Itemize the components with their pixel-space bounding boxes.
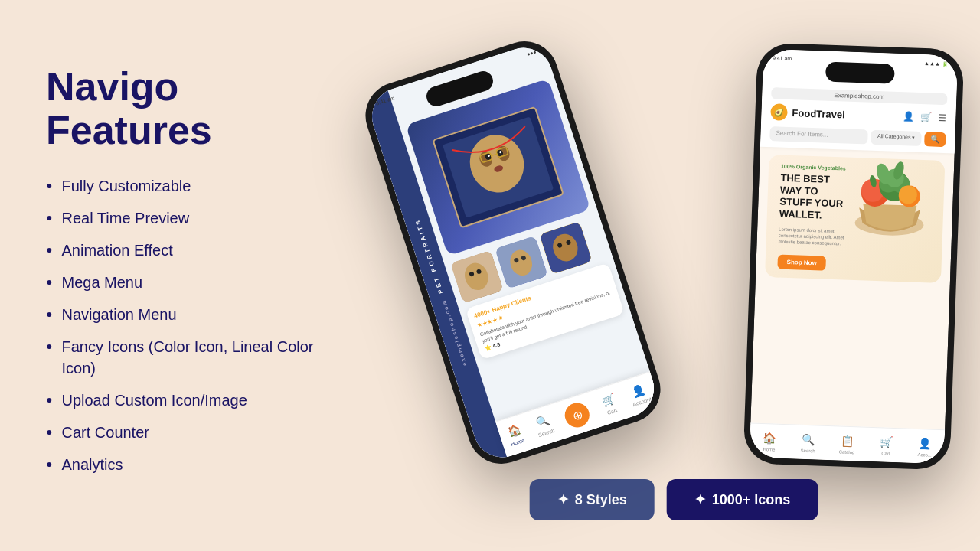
user-icon[interactable]: 👤	[903, 111, 914, 122]
url-text: Exampleshop.com	[834, 92, 884, 100]
food-hero-section: 100% Organic Vegetables THE BEST WAY TO …	[765, 155, 945, 283]
nav-account-label-right: Acco...	[917, 452, 932, 458]
main-heading: Navigo Features	[46, 65, 322, 152]
nav-search-right[interactable]: 🔍 Search	[800, 432, 816, 454]
food-brand-row: 🥑 FoodTravel 👤 🛒 ☰	[770, 103, 947, 126]
search-icon-right: 🔍	[800, 432, 816, 448]
styles-icon: ✦	[557, 491, 569, 508]
food-hero-text: 100% Organic Vegetables THE BEST WAY TO …	[765, 155, 866, 283]
nav-home-left[interactable]: 🏠 Home	[505, 421, 527, 449]
phone-right: 9:41 am ▲▲▲ 🔋 Exampleshop.com 🥑	[743, 42, 964, 470]
nav-account-left[interactable]: 👤 Account	[627, 380, 653, 409]
organic-badge: 100% Organic Vegetables	[781, 164, 854, 171]
styles-label: 8 Styles	[575, 492, 627, 508]
pet-thumb-2	[495, 236, 547, 289]
phone-left: 8:41 am ●●● PET PORTRAITS exampleshop.co…	[357, 33, 669, 473]
nav-center-left[interactable]: ⊕	[562, 399, 593, 430]
feature-mega-menu: Mega Menu	[46, 272, 322, 293]
shop-now-button[interactable]: Shop Now	[777, 254, 826, 270]
url-bar: Exampleshop.com	[771, 87, 947, 105]
menu-icon[interactable]: ☰	[938, 112, 946, 123]
food-hero-desc: Lorem ipsum dolor sit amet consectetur a…	[778, 226, 851, 247]
nav-search-label-right: Search	[800, 448, 815, 454]
home-icon-right: 🏠	[762, 430, 778, 446]
nav-catalog-right[interactable]: 📋 Catalog	[839, 432, 856, 455]
feature-animation-effect: Animation Effect	[46, 240, 322, 261]
pet-hero-svg	[423, 97, 573, 237]
food-brand-icons: 👤 🛒 ☰	[903, 111, 946, 123]
time-right: 9:41 am	[773, 55, 792, 62]
icons-button[interactable]: ✦ 1000+ Icons	[667, 479, 818, 520]
pet-thumb-1	[450, 250, 503, 303]
features-list: Fully Customizable Real Time Preview Ani…	[46, 175, 322, 475]
cart-icon-right[interactable]: 🛒	[920, 112, 932, 123]
nav-home-label-right: Home	[763, 447, 775, 452]
feature-fancy-icons: Fancy Icons (Color Icon, Lineal Color Ic…	[46, 336, 322, 379]
food-search-bar: Search For Items... All Categories ▾ 🔍	[769, 126, 946, 147]
left-content: Navigo Features Fully Customizable Real …	[0, 34, 368, 517]
phone-left-inner: 8:41 am ●●● PET PORTRAITS exampleshop.co…	[364, 41, 662, 465]
nav-cart-right[interactable]: 🛒 Cart	[878, 434, 894, 456]
nav-account-right[interactable]: 👤 Acco...	[917, 435, 933, 458]
center-icon: ⊕	[562, 399, 593, 430]
food-category-dropdown[interactable]: All Categories ▾	[871, 130, 922, 146]
nav-cart-label: Cart	[606, 407, 618, 416]
main-container: Navigo Features Fully Customizable Real …	[0, 0, 980, 551]
feature-upload-custom: Upload Custom Icon/Image	[46, 390, 322, 411]
phones-area: 8:41 am ●●● PET PORTRAITS exampleshop.co…	[368, 0, 980, 551]
feature-cart-counter: Cart Counter	[46, 422, 322, 443]
styles-button[interactable]: ✦ 8 Styles	[530, 479, 655, 520]
search-placeholder: Search For Items...	[776, 129, 828, 138]
nav-catalog-label-right: Catalog	[839, 449, 855, 455]
phone-left-content: PET PORTRAITS exampleshop.com	[364, 41, 662, 465]
nav-home-right[interactable]: 🏠 Home	[761, 430, 777, 452]
account-icon-right: 👤	[917, 435, 933, 452]
phone-right-inner: 9:41 am ▲▲▲ 🔋 Exampleshop.com 🥑	[750, 49, 958, 465]
feature-fully-customizable: Fully Customizable	[46, 175, 322, 197]
cart-icon-right-nav: 🛒	[878, 434, 894, 450]
food-hero-title: THE BEST WAY TO STUFF YOUR WALLET.	[779, 172, 854, 223]
feature-analytics: Analytics	[46, 454, 322, 475]
phone-nav-right: 🏠 Home 🔍 Search 📋 Catalog 🛒	[750, 422, 945, 464]
catalog-icon-right: 📋	[839, 433, 855, 449]
nav-search-left[interactable]: 🔍 Search	[532, 412, 556, 440]
feature-navigation-menu: Navigation Menu	[46, 304, 322, 325]
food-logo: 🥑	[770, 103, 788, 121]
signal-right: ▲▲▲ 🔋	[924, 60, 949, 67]
food-search-button[interactable]: 🔍	[924, 132, 946, 147]
food-brand-name: FoodTravel	[792, 107, 845, 120]
nav-cart-left[interactable]: 🛒 Cart	[599, 390, 621, 419]
phone-right-content: Exampleshop.com 🥑 FoodTravel 👤 🛒 ☰	[750, 49, 958, 465]
feature-real-time-preview: Real Time Preview	[46, 207, 322, 229]
nav-cart-label-right: Cart	[881, 451, 890, 455]
bottom-buttons: ✦ 8 Styles ✦ 1000+ Icons	[530, 479, 818, 520]
icons-label: 1000+ Icons	[712, 492, 791, 508]
icons-icon: ✦	[694, 491, 706, 508]
pet-thumb-3	[539, 221, 592, 274]
food-search-input[interactable]: Search For Items...	[769, 126, 868, 144]
